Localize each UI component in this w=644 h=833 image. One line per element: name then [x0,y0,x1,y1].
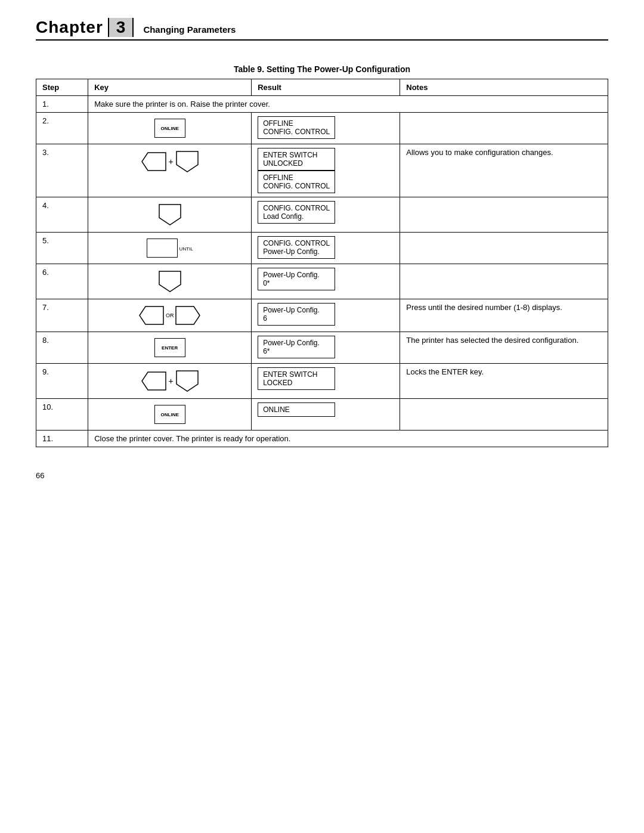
step-cell: 10. [36,399,88,431]
col-header-notes: Notes [400,79,608,96]
notes-cell [400,264,608,299]
table-row: 2. ONLINE OFFLINECONFIG. CONTROL [36,113,608,144]
plus-sign: + [169,376,174,386]
svg-marker-3 [159,271,181,292]
result-line: OFFLINE [263,174,330,182]
result-line: 6* [263,347,330,355]
result-cell: Power-Up Config.0* [252,264,400,299]
key-shield-wrap [94,268,245,295]
notes-cell [400,399,608,431]
until-label: UNTIL [179,246,193,252]
or-label: OR [166,312,174,318]
step-cell: 7. [36,299,88,332]
btn-penta-left [141,371,167,391]
table-row: 4. CONFIG. CONTROLLoad Config. [36,197,608,233]
key-rect-wrap: ENTER [94,336,245,360]
result-cell: ONLINE [252,399,400,431]
result-line: Power-Up Config. [263,247,330,256]
result-line: LOCKED [263,379,330,387]
key-cell [88,264,252,299]
result-line: CONFIG. CONTROL [263,204,330,212]
result-line: ENTER SWITCH [263,151,330,159]
result-cell: ENTER SWITCHUNLOCKED OFFLINECONFIG. CONT… [252,144,400,197]
table-row: 6. Power-Up Config.0* [36,264,608,299]
full-row-cell: Make sure the printer is on. Raise the p… [88,96,608,113]
result-cell: Power-Up Config.6* [252,332,400,364]
notes-cell [400,113,608,144]
notes-cell [400,197,608,233]
result-line: Power-Up Config. [263,306,330,314]
table-row: 1. Make sure the printer is on. Raise th… [36,96,608,113]
chapter-label: Chapter [36,18,103,37]
svg-marker-5 [176,306,200,324]
result-cell: OFFLINECONFIG. CONTROL [252,113,400,144]
result-line: Load Config. [263,212,330,221]
key-cell: ENTER [88,332,252,364]
result-line: Power-Up Config. [263,339,330,347]
key-cell: ONLINE [88,399,252,431]
step-cell: 2. [36,113,88,144]
notes-cell: Allows you to make configuration changes… [400,144,608,197]
btn-penta-right [175,305,201,326]
svg-marker-0 [142,153,166,171]
result-box: ENTER SWITCHUNLOCKED [258,148,335,171]
result-line: CONFIG. CONTROL [263,239,330,247]
col-header-key: Key [88,79,252,96]
key-cell: OR [88,299,252,332]
btn-penta-left [138,305,165,326]
result-cell: CONFIG. CONTROLPower-Up Config. [252,233,400,264]
svg-marker-6 [142,372,166,390]
result-box: Power-Up Config.0* [258,268,335,290]
svg-marker-7 [177,371,198,391]
step-cell: 1. [36,96,88,113]
btn-shield [175,150,199,173]
result-box: OFFLINECONFIG. CONTROL [258,171,335,193]
result-box: CONFIG. CONTROLPower-Up Config. [258,236,335,259]
svg-marker-2 [159,205,181,225]
key-shield-wrap [94,201,245,228]
step-cell: 5. [36,233,88,264]
btn-shield [158,203,182,226]
btn-label: ONLINE [161,126,179,131]
step-cell: 9. [36,364,88,399]
result-line: UNLOCKED [263,159,330,168]
notes-cell [400,233,608,264]
result-line: OFFLINE [263,119,330,128]
btn-rect-until [147,239,178,258]
result-box: CONFIG. CONTROLLoad Config. [258,201,335,224]
key-cell: ONLINE [88,113,252,144]
result-box: OFFLINECONFIG. CONTROL [258,116,335,139]
step-cell: 4. [36,197,88,233]
result-cell: CONFIG. CONTROLLoad Config. [252,197,400,233]
btn-rect: ENTER [154,338,185,357]
result-box: Power-Up Config.6* [258,336,335,358]
result-line: ENTER SWITCH [263,370,330,379]
key-combo-wrap: + [94,367,245,395]
table-row: 7. OR Power-Up Config.6 Press until the … [36,299,608,332]
chapter-title: Changing Parameters [143,24,236,35]
chapter-number: 3 [108,18,134,37]
col-header-result: Result [252,79,400,96]
result-line: Power-Up Config. [263,271,330,279]
table-row: 11. Close the printer cover. The printer… [36,431,608,447]
key-rect-wrap: ONLINE [94,402,245,426]
page-number: 66 [36,471,608,480]
result-line: ONLINE [263,405,330,414]
btn-rect: ONLINE [154,119,185,138]
table-header-row: Step Key Result Notes [36,79,608,96]
page-header: Chapter 3 Changing Parameters [36,18,608,41]
step-cell: 11. [36,431,88,447]
key-combo-wrap: + [94,148,245,175]
result-line: CONFIG. CONTROL [263,128,330,136]
result-cell: ENTER SWITCHLOCKED [252,364,400,399]
table-row: 3. + ENTER SWITCHUNLOCKED OFFLINECONFIG.… [36,144,608,197]
result-line: CONFIG. CONTROL [263,182,330,190]
key-until-wrap: UNTIL [94,236,245,260]
plus-sign: + [169,157,174,166]
btn-label: ONLINE [161,412,179,417]
col-header-step: Step [36,79,88,96]
step-cell: 3. [36,144,88,197]
step-cell: 8. [36,332,88,364]
main-table: Step Key Result Notes 1. Make sure the p… [36,79,608,447]
svg-marker-4 [140,306,163,324]
